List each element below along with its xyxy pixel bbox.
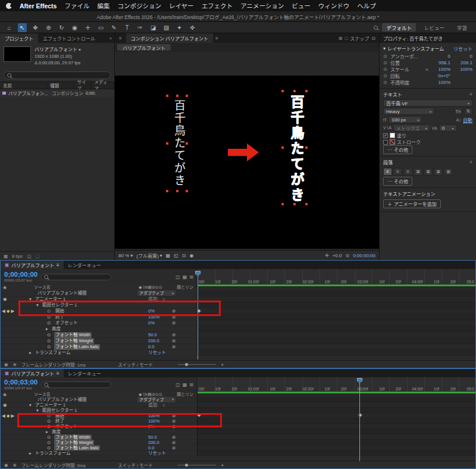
channels-icon[interactable]: ◉ bbox=[189, 253, 193, 258]
tab-menu-icon[interactable]: ≡ bbox=[57, 262, 60, 268]
opacity-value[interactable]: 100% bbox=[423, 80, 450, 85]
align-top-icon[interactable]: ≡ bbox=[383, 168, 392, 176]
stopwatch-icon[interactable]: ⊙ bbox=[47, 320, 51, 326]
menu-animation[interactable]: アニメーション bbox=[240, 1, 284, 10]
puppet-tool-icon[interactable]: ✜ bbox=[188, 23, 197, 32]
property-row-start[interactable]: ◀◆▶ ⊙ 開始 100% ⊘ bbox=[1, 413, 475, 418]
timeline-tab-comp[interactable]: バリアブルフォント ≡ bbox=[1, 261, 64, 269]
twirl-icon[interactable]: ▸ bbox=[46, 429, 48, 434]
composition-viewer[interactable]: 百千鳥たてがき 百千鳥たてがき bbox=[115, 52, 379, 250]
text-more-button[interactable]: ⋯ その他 bbox=[383, 145, 412, 154]
graph-icon[interactable]: ⊘ bbox=[172, 338, 176, 344]
color-depth-button[interactable]: 8 bpc bbox=[12, 254, 23, 259]
resolution-dropdown[interactable]: (フル画質)▾ bbox=[136, 252, 162, 259]
timeline-zoom-slider[interactable] bbox=[178, 465, 216, 465]
switches-mode-button[interactable]: スイッチ / モード bbox=[118, 361, 153, 368]
type-tool-icon[interactable]: T bbox=[123, 23, 131, 32]
property-row-end[interactable]: ⊙ 終了 100% ⊘ bbox=[1, 418, 475, 424]
font-family-dropdown[interactable]: 百千鳥 VF▾ bbox=[383, 99, 472, 107]
timeline-tab-comp[interactable]: バリアブルフォント ≡ bbox=[1, 369, 64, 377]
graph-icon[interactable]: ⊘ bbox=[172, 418, 176, 424]
stopwatch-icon[interactable]: ⊙ bbox=[47, 314, 51, 320]
playhead[interactable] bbox=[198, 271, 198, 359]
link-icon[interactable]: ∞ bbox=[425, 67, 428, 71]
property-row-transform[interactable]: ▸ トランスフォーム リセット bbox=[1, 350, 475, 356]
anchor-y-value[interactable]: 0 bbox=[452, 54, 472, 59]
font-width-value[interactable]: 50.0 bbox=[148, 434, 157, 440]
position-y-value[interactable]: 209.1 bbox=[452, 60, 472, 65]
font-weight-value[interactable]: 200.0 bbox=[148, 338, 159, 344]
draft-3d-icon[interactable]: ▦ bbox=[183, 274, 187, 280]
font-italic-value[interactable]: 0.0 bbox=[148, 445, 154, 451]
font-weight-value[interactable]: 200.0 bbox=[148, 440, 159, 445]
property-row-interpolation[interactable]: バリアブルフォント補間 アダプティブ▾ bbox=[1, 397, 475, 402]
property-row-advanced[interactable]: ▸ 高度 bbox=[1, 326, 475, 332]
property-row-range-selector[interactable]: ▾ 範囲セレクター 1 bbox=[1, 408, 475, 413]
graph-icon[interactable]: ⊘ bbox=[172, 308, 176, 314]
column-type[interactable]: 種類 bbox=[47, 82, 74, 89]
graph-icon[interactable]: ⊘ bbox=[172, 440, 176, 445]
tracking-dropdown[interactable]: メトリクス▾ bbox=[393, 124, 430, 132]
brush-tool-icon[interactable]: ✑ bbox=[136, 23, 145, 32]
justify-last-center-icon[interactable]: ≣ bbox=[424, 168, 433, 176]
font-style-dropdown[interactable]: Heavy▾ bbox=[383, 108, 434, 115]
scale-y-value[interactable]: 100% bbox=[452, 67, 472, 72]
stopwatch-icon[interactable]: ⊙ bbox=[47, 445, 51, 451]
comp-canvas[interactable]: 百千鳥たてがき 百千鳥たてがき bbox=[115, 76, 379, 249]
chevron-down-icon[interactable]: ▾ bbox=[79, 47, 81, 52]
column-size[interactable]: サイズ bbox=[74, 82, 92, 89]
scale-x-value[interactable]: 100% bbox=[430, 67, 450, 72]
keyframe-diamond[interactable] bbox=[197, 413, 201, 417]
column-media[interactable]: メディア bbox=[91, 82, 114, 89]
chevron-down-icon[interactable]: ▾ bbox=[383, 46, 386, 51]
twirl-icon[interactable]: ▸ bbox=[46, 326, 48, 332]
menu-help[interactable]: ヘルプ bbox=[357, 1, 376, 10]
eye-icon[interactable]: ◉ bbox=[3, 296, 7, 302]
source-name-column[interactable]: ソース名 bbox=[34, 284, 51, 290]
property-row-offset[interactable]: ⊙ オフセット 0% ⊘ bbox=[1, 424, 475, 429]
stopwatch-icon[interactable]: ⊙ bbox=[47, 413, 51, 418]
new-comp-icon[interactable]: ⬚ bbox=[36, 254, 40, 259]
fill-checkbox[interactable]: ✓ bbox=[383, 133, 388, 138]
app-menu[interactable]: After Effects bbox=[20, 2, 57, 10]
stopwatch-icon[interactable]: ⊙ bbox=[47, 308, 51, 314]
menu-edit[interactable]: 編集 bbox=[97, 1, 109, 10]
stopwatch-icon[interactable]: ⊙ bbox=[47, 418, 51, 424]
property-row-font-italic[interactable]: ⊙ フォント軸 Latin Italic 0.0 ⊘ bbox=[1, 445, 475, 451]
switches-mode-button[interactable]: スイッチ / モード bbox=[118, 462, 153, 468]
stopwatch-icon[interactable]: ⊙ bbox=[383, 80, 389, 85]
roto-brush-tool-icon[interactable]: ✦ bbox=[175, 23, 184, 32]
twirl-icon[interactable]: ▸ bbox=[29, 350, 32, 356]
viewer-comp-tab[interactable]: バリアブルフォント bbox=[117, 44, 171, 51]
justify-last-right-icon[interactable]: ≣ bbox=[434, 168, 443, 176]
playhead[interactable] bbox=[359, 378, 360, 461]
transform-reset-link[interactable]: リセット bbox=[148, 350, 166, 356]
region-of-interest-icon[interactable]: ⊡ bbox=[182, 253, 186, 258]
stopwatch-icon[interactable]: ⊙ bbox=[47, 440, 51, 445]
font-size-dropdown[interactable]: 100 px▾ bbox=[389, 116, 422, 123]
add-icon[interactable]: ○ bbox=[162, 402, 165, 408]
time-ruler[interactable]: 00f10f20f01:00f 10f20f02:00f10f 20f03:00… bbox=[197, 269, 475, 284]
fill-color-swatch[interactable] bbox=[390, 133, 395, 138]
stopwatch-icon[interactable]: ⊙ bbox=[47, 332, 51, 338]
timeline-search-input[interactable] bbox=[41, 382, 111, 388]
graph-icon[interactable]: ⊘ bbox=[172, 332, 176, 338]
zoom-dropdown[interactable]: 80 %▾ bbox=[118, 253, 133, 258]
stopwatch-icon[interactable]: ⊙ bbox=[47, 424, 51, 429]
font-italic-value[interactable]: 0.0 bbox=[148, 344, 154, 350]
property-row-interpolation[interactable]: バリアブルフォント補間 アダプティブ▾ bbox=[1, 290, 475, 296]
graph-icon[interactable]: ⊘ bbox=[172, 413, 176, 418]
project-comp-name[interactable]: バリアブルフォント bbox=[35, 47, 77, 52]
twirl-icon[interactable]: ▾ bbox=[29, 402, 32, 408]
property-row-font-italic[interactable]: ⊙ フォント軸 Latin Italic 0.0 ⊘ bbox=[1, 344, 475, 350]
stopwatch-icon[interactable]: ⊙ bbox=[383, 73, 389, 79]
comp-text-after[interactable]: 百千鳥たてがき bbox=[286, 95, 306, 203]
twirl-icon[interactable]: ▾ bbox=[36, 408, 39, 413]
start-value[interactable]: 100% bbox=[148, 413, 159, 418]
transform-reset-link[interactable]: リセット bbox=[148, 451, 166, 456]
graph-icon[interactable]: ⊘ bbox=[172, 424, 176, 429]
timeline-options-icon[interactable]: ⊞ bbox=[189, 382, 193, 387]
offset-value[interactable]: 0% bbox=[148, 320, 155, 326]
end-value[interactable]: 100% bbox=[148, 418, 159, 424]
keyframe-navigator[interactable]: ◀◆▶ bbox=[2, 413, 15, 418]
